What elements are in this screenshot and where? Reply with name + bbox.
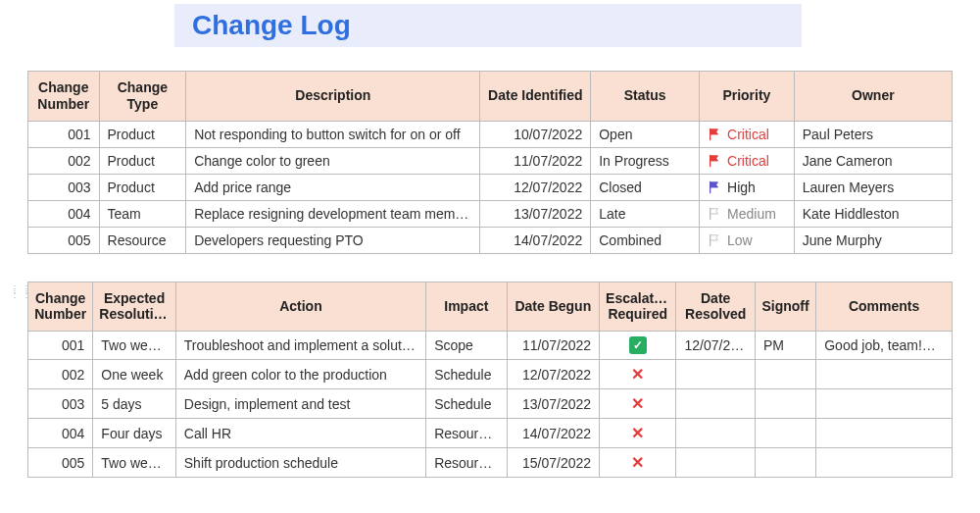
column-header: Description	[186, 72, 480, 122]
cell-priority: Critical	[700, 121, 795, 147]
cell-change-number: 002	[28, 147, 100, 174]
table-row[interactable]: 004 Four days Call HR Resources 14/07/20…	[28, 419, 953, 448]
table-row[interactable]: 003 5 days Design, implement and test Sc…	[28, 389, 953, 419]
cross-icon: ✕	[631, 425, 644, 441]
cell-escalation: ✕	[600, 360, 676, 389]
cell-comments	[816, 419, 953, 448]
column-header: Date Begun	[507, 282, 600, 332]
cell-signoff: PM	[755, 332, 815, 360]
cell-expected-resolution: Four days	[93, 419, 175, 448]
cell-action: Design, implement and test	[175, 389, 425, 419]
cell-escalation: ✕	[600, 448, 676, 478]
cell-escalation: ✕	[600, 419, 676, 448]
column-header: Change Number	[28, 72, 100, 122]
cell-change-type: Resource	[99, 227, 186, 253]
cell-date-identified: 13/07/2022	[480, 200, 591, 227]
cell-date-identified: 10/07/2022	[480, 121, 591, 147]
cell-comments	[816, 360, 953, 389]
cross-icon: ✕	[631, 395, 644, 412]
cell-status: In Progress	[591, 147, 700, 174]
cell-impact: Schedule	[426, 389, 507, 419]
cell-change-type: Team	[99, 200, 186, 227]
cell-status: Combined	[591, 227, 700, 253]
hundred-icon: 100	[925, 341, 945, 354]
cell-expected-resolution: One week	[93, 360, 175, 389]
cell-expected-resolution: Two weeks	[93, 448, 175, 478]
flag-icon	[708, 233, 721, 247]
column-header: Comments	[816, 282, 953, 332]
cell-action: Troubleshoot and implement a solution	[175, 332, 425, 360]
cell-change-number: 003	[28, 389, 93, 419]
change-log-table-1: Change NumberChange TypeDescriptionDate …	[27, 71, 953, 254]
cell-date-resolved: 12/07/2022	[676, 332, 755, 360]
cell-date-resolved	[676, 389, 755, 419]
cell-change-number: 005	[28, 448, 93, 478]
cell-expected-resolution: Two weeks	[93, 332, 175, 360]
cell-change-number: 001	[28, 332, 93, 360]
cell-description: Change color to green	[186, 147, 480, 174]
cell-change-type: Product	[99, 121, 186, 147]
cell-date-resolved	[676, 448, 755, 478]
cell-change-number: 001	[28, 121, 100, 147]
cell-status: Closed	[591, 174, 700, 200]
column-header: Status	[591, 72, 700, 122]
cell-action: Add green color to the production	[175, 360, 425, 389]
cell-owner: Paul Peters	[794, 121, 952, 147]
column-header: Date Identified	[480, 72, 591, 122]
cell-date-identified: 12/07/2022	[480, 174, 591, 200]
cell-date-begun: 11/07/2022	[507, 332, 600, 360]
cell-change-number: 004	[28, 419, 93, 448]
cell-priority: Critical	[700, 147, 795, 174]
cell-date-begun: 14/07/2022	[507, 419, 600, 448]
column-header: Change Type	[99, 72, 186, 122]
cell-change-type: Product	[99, 174, 186, 200]
table-row[interactable]: 004 Team Replace resigning development t…	[28, 200, 953, 227]
cell-comments	[816, 389, 953, 419]
cell-status: Late	[591, 200, 700, 227]
change-log-table-2: Change NumberExpected ResolutionActionIm…	[27, 282, 953, 479]
column-header: Priority	[700, 72, 795, 122]
table-row[interactable]: 003 Product Add price range 12/07/2022 C…	[28, 174, 953, 200]
page-title: Change Log	[192, 10, 784, 41]
cell-owner: Jane Cameron	[794, 147, 952, 174]
cell-date-identified: 14/07/2022	[480, 227, 591, 253]
priority-label: Critical	[727, 127, 769, 142]
cell-impact: Resources	[426, 419, 507, 448]
priority-label: Low	[727, 232, 753, 248]
drag-handle-icon[interactable]: ⋮⋮⋮⋮	[10, 286, 33, 296]
table-row[interactable]: 002 Product Change color to green 11/07/…	[28, 147, 953, 174]
command-input[interactable]	[27, 505, 517, 513]
table-row[interactable]: 005 Two weeks Shift production schedule …	[28, 448, 953, 478]
cell-date-identified: 11/07/2022	[480, 147, 591, 174]
table-row[interactable]: 001 Two weeks Troubleshoot and implement…	[28, 332, 953, 360]
table-row[interactable]: 005 Resource Developers requesting PTO 1…	[28, 227, 953, 253]
column-header: Impact	[426, 282, 507, 332]
cell-impact: Scope	[426, 332, 507, 360]
cross-icon: ✕	[631, 454, 644, 471]
cell-owner: June Murphy	[794, 227, 952, 253]
column-header: Escalation Required	[600, 282, 676, 332]
cell-owner: Kate Hiddleston	[794, 200, 952, 227]
cell-date-begun: 12/07/2022	[507, 360, 600, 389]
cell-action: Call HR	[175, 419, 425, 448]
column-header: Date Resolved	[676, 282, 755, 332]
table-row[interactable]: 001 Product Not responding to button swi…	[28, 121, 953, 147]
cell-signoff	[755, 389, 815, 419]
flag-icon	[708, 128, 721, 141]
cell-impact: Resources	[426, 448, 507, 478]
cell-change-number: 005	[28, 227, 100, 253]
column-header: Owner	[794, 72, 952, 122]
column-header: Change Number	[28, 282, 93, 332]
cell-description: Not responding to button switch for on o…	[186, 121, 480, 147]
cell-impact: Schedule	[426, 360, 507, 389]
cell-expected-resolution: 5 days	[93, 389, 175, 419]
cell-priority: Low	[700, 227, 795, 253]
priority-label: Medium	[727, 206, 776, 222]
cell-comments: Good job, team!100	[816, 332, 953, 360]
cell-date-resolved	[676, 419, 755, 448]
table-row[interactable]: 002 One week Add green color to the prod…	[28, 360, 953, 389]
flag-icon	[708, 207, 721, 221]
column-header: Expected Resolution	[93, 282, 175, 332]
column-header: Signoff	[755, 282, 815, 332]
cell-description: Add price range	[186, 174, 480, 200]
